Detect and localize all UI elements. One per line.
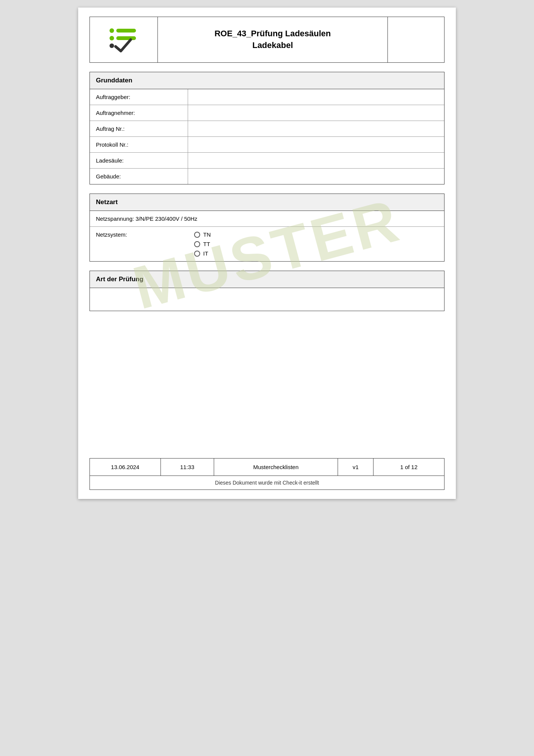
- footer-main-row: 13.06.2024 11:33 Musterchecklisten v1 1 …: [90, 459, 444, 476]
- netzart-options: TN TT IT: [194, 231, 211, 257]
- auftrag-nr-label: Auftrag Nr.:: [90, 121, 188, 136]
- grunddaten-header: Grunddaten: [90, 72, 444, 89]
- radio-tn-label: TN: [203, 231, 211, 238]
- radio-circle-tn: [194, 232, 200, 238]
- art-der-pruefung-section: Art der Prüfung: [90, 271, 444, 311]
- grunddaten-section: Grunddaten Auftraggeber: Auftragnehmer: …: [90, 72, 444, 184]
- footer-pages: 1 of 12: [373, 459, 444, 476]
- art-der-pruefung-body: [90, 288, 444, 311]
- auftragnehmer-value: [188, 105, 444, 121]
- table-row: Auftrag Nr.:: [90, 121, 444, 137]
- netzart-header: Netzart: [90, 194, 444, 211]
- radio-circle-tt: [194, 241, 200, 247]
- protokoll-nr-value: [188, 137, 444, 152]
- auftrag-nr-value: [188, 121, 444, 136]
- radio-tn[interactable]: TN: [194, 231, 211, 238]
- netzspannung-text: Netzspannung: 3/N/PE 230/400V / 50Hz: [96, 215, 198, 222]
- auftraggeber-value: [188, 89, 444, 105]
- radio-circle-it: [194, 251, 200, 257]
- footer-table: 13.06.2024 11:33 Musterchecklisten v1 1 …: [90, 458, 444, 490]
- svg-rect-1: [116, 29, 136, 33]
- logo-cell: [90, 17, 158, 63]
- footer-date: 13.06.2024: [90, 459, 161, 476]
- document-title: ROE_43_Prüfung Ladesäulen Ladekabel: [165, 28, 381, 51]
- netzsystem-label: Netzsystem:: [96, 231, 194, 238]
- table-row: Gebäude:: [90, 169, 444, 184]
- ladesaeule-label: Ladesäule:: [90, 153, 188, 168]
- content-area: MUSTER Grunddaten Auftraggeber: Auftragn…: [90, 72, 444, 443]
- footer-title: Musterchecklisten: [214, 459, 338, 476]
- title-cell: ROE_43_Prüfung Ladesäulen Ladekabel: [158, 17, 388, 63]
- table-row: Ladesäule:: [90, 153, 444, 169]
- header-right-cell: [388, 17, 444, 63]
- netzsystem-row: Netzsystem: TN TT: [90, 227, 444, 261]
- radio-tt-label: TT: [203, 241, 210, 247]
- grunddaten-body: Auftraggeber: Auftragnehmer: Auftrag Nr.…: [90, 89, 444, 184]
- header-table: ROE_43_Prüfung Ladesäulen Ladekabel: [90, 17, 444, 63]
- footer-note-text: Dieses Dokument wurde mit Check-it erste…: [90, 476, 444, 490]
- svg-point-4: [110, 43, 114, 48]
- footer-version: v1: [338, 459, 373, 476]
- protokoll-nr-label: Protokoll Nr.:: [90, 137, 188, 152]
- company-logo: [105, 24, 143, 54]
- footer-container: 13.06.2024 11:33 Musterchecklisten v1 1 …: [90, 458, 444, 490]
- ladesaeule-value: [188, 153, 444, 168]
- table-row: Auftraggeber:: [90, 89, 444, 105]
- table-row: Protokoll Nr.:: [90, 137, 444, 153]
- gebaeude-label: Gebäude:: [90, 169, 188, 184]
- netzart-body: Netzspannung: 3/N/PE 230/400V / 50Hz Net…: [90, 211, 444, 261]
- art-der-pruefung-header: Art der Prüfung: [90, 271, 444, 288]
- table-row: Auftragnehmer:: [90, 105, 444, 121]
- svg-point-2: [110, 36, 114, 40]
- svg-rect-3: [116, 36, 136, 40]
- footer-note-row: Dieses Dokument wurde mit Check-it erste…: [90, 476, 444, 490]
- footer-time: 11:33: [161, 459, 214, 476]
- netzspannung-row: Netzspannung: 3/N/PE 230/400V / 50Hz: [90, 211, 444, 227]
- auftragnehmer-label: Auftragnehmer:: [90, 105, 188, 121]
- svg-point-0: [110, 28, 114, 33]
- netzart-section: Netzart Netzspannung: 3/N/PE 230/400V / …: [90, 194, 444, 262]
- radio-tt[interactable]: TT: [194, 241, 211, 247]
- radio-it-label: IT: [203, 250, 208, 257]
- auftraggeber-label: Auftraggeber:: [90, 89, 188, 105]
- radio-it[interactable]: IT: [194, 250, 211, 257]
- gebaeude-value: [188, 169, 444, 184]
